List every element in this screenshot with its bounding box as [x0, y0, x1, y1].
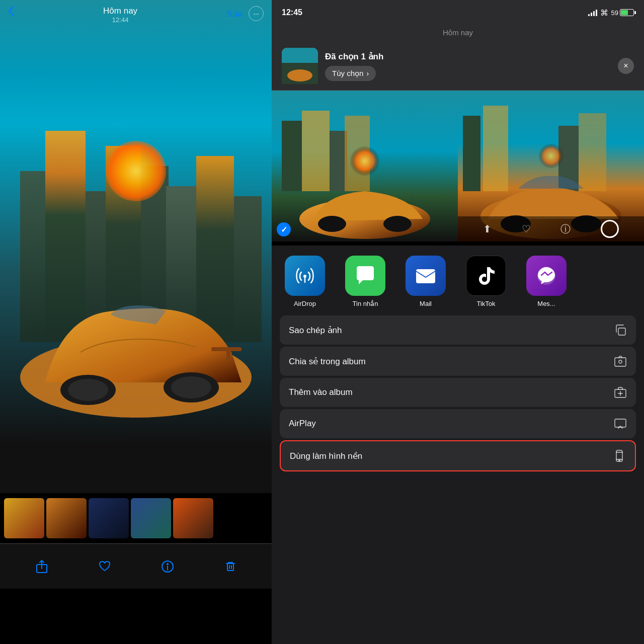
battery-percent: 59 [611, 9, 618, 17]
app-item-mail[interactable]: Mail [400, 256, 451, 307]
svg-point-23 [350, 146, 380, 176]
close-button[interactable]: × [618, 58, 634, 74]
svg-point-17 [287, 69, 312, 82]
action-wallpaper[interactable]: Dùng làm hình nền [280, 440, 636, 471]
delete-button[interactable] [223, 559, 237, 574]
share-photo-right[interactable]: ⬆ ♡ ⓘ [458, 91, 644, 242]
status-icons: ⌘ 59 [588, 8, 634, 18]
svg-rect-21 [330, 131, 347, 191]
right-status-bar: 12:45 ⌘ 59 [272, 0, 644, 25]
options-button[interactable]: Tùy chọn › [325, 66, 376, 81]
wallpaper-icon [613, 449, 626, 462]
share-photo-left[interactable]: ✓ [272, 91, 458, 242]
action-add-album[interactable]: Thêm vào album [280, 378, 636, 407]
divider [272, 242, 644, 246]
share-button[interactable] [35, 559, 49, 574]
svg-rect-29 [483, 106, 508, 191]
airdrop-icon[interactable] [285, 256, 325, 296]
photo-info-icon[interactable]: ⓘ [560, 222, 571, 236]
svg-point-26 [383, 216, 412, 232]
main-photo[interactable] [0, 0, 272, 493]
action-add-album-label: Thêm vào album [289, 387, 353, 397]
app-item-more[interactable]: Mes... [521, 256, 572, 307]
header-center: Hôm nay 12:44 [14, 6, 226, 24]
share-info: Đã chọn 1 ảnh Tùy chọn › [325, 51, 611, 81]
mail-svg [413, 263, 438, 288]
share-title: Đã chọn 1 ảnh [325, 51, 611, 62]
svg-point-32 [538, 143, 564, 169]
svg-rect-12 [227, 564, 233, 571]
thumbnail-strip [0, 493, 272, 543]
svg-point-11 [167, 564, 168, 565]
options-chevron-icon: › [366, 69, 369, 77]
left-panel: Hôm nay 12:44 Sửa ··· [0, 0, 272, 644]
thumb-5[interactable] [173, 498, 213, 538]
action-share-album[interactable]: Chia sẻ trong album [280, 347, 636, 376]
svg-rect-40 [615, 358, 626, 366]
date-label-right: Hôm nay [272, 25, 644, 40]
tiktok-label: TikTok [476, 300, 495, 307]
edit-button[interactable]: Sửa [226, 9, 243, 19]
app-item-messages[interactable]: Tin nhắn [340, 256, 390, 307]
action-airplay-label: AirPlay [289, 419, 316, 429]
favorite-button[interactable] [98, 559, 112, 574]
right-panel: 12:45 ⌘ 59 Hôm nay [272, 0, 644, 644]
thumb-3[interactable] [89, 498, 129, 538]
photo-circle-icon[interactable] [601, 220, 619, 238]
back-button[interactable] [8, 6, 14, 16]
photo-share-icon[interactable]: ⬆ [483, 223, 492, 235]
app-item-tiktok[interactable]: TikTok [461, 256, 511, 307]
share-thumbnail [282, 48, 318, 84]
signal-bars-icon [588, 9, 597, 16]
thumb-1[interactable] [4, 498, 44, 538]
info-button[interactable] [160, 559, 175, 574]
messages-label: Tin nhắn [353, 300, 378, 307]
thumb-4[interactable] [131, 498, 171, 538]
mail-icon[interactable] [406, 256, 446, 296]
airdrop-svg [292, 263, 317, 288]
status-time: 12:45 [282, 8, 302, 17]
photo-favorite-icon[interactable]: ♡ [522, 223, 531, 235]
thumb-2[interactable] [46, 498, 87, 538]
thumbnail-preview [282, 48, 318, 84]
car-svg [5, 252, 267, 428]
airplay-icon [614, 417, 627, 430]
airdrop-label: AirDrop [294, 300, 316, 307]
more-dots-icon: ··· [253, 10, 259, 18]
photo-checkmark: ✓ [277, 222, 291, 236]
copy-icon [614, 324, 627, 337]
svg-point-49 [619, 460, 620, 461]
mail-label: Mail [420, 300, 432, 307]
svg-rect-39 [618, 328, 625, 335]
action-copy[interactable]: Sao chép ảnh [280, 315, 636, 345]
battery-fill [621, 10, 628, 15]
app-icons-row: AirDrop Tin nhắn Mail [272, 246, 644, 315]
app-item-airdrop[interactable]: AirDrop [280, 256, 330, 307]
svg-point-36 [303, 275, 306, 278]
messages-icon[interactable] [345, 256, 385, 296]
svg-point-41 [619, 360, 622, 363]
svg-rect-37 [416, 269, 435, 283]
svg-point-2 [68, 379, 108, 401]
action-share-album-label: Chia sẻ trong album [289, 356, 366, 367]
car-image [5, 252, 267, 428]
options-label: Tùy chọn [332, 69, 363, 78]
share-album-icon [614, 355, 627, 368]
share-header: Đã chọn 1 ảnh Tùy chọn › × [272, 40, 644, 91]
more-app-icon[interactable] [526, 256, 567, 296]
share-photo-strip: ✓ [272, 91, 644, 242]
battery-visual [620, 9, 634, 16]
action-airplay[interactable]: AirPlay [280, 409, 636, 438]
photo-right-toolbar: ⬆ ♡ ⓘ [458, 216, 644, 242]
messages-svg [353, 263, 378, 288]
header-title: Hôm nay [14, 6, 226, 16]
more-button[interactable]: ··· [249, 6, 264, 21]
svg-rect-6 [226, 347, 230, 362]
svg-rect-20 [302, 111, 330, 191]
svg-rect-28 [463, 116, 480, 191]
wifi-icon: ⌘ [600, 8, 608, 18]
battery-indicator: 59 [611, 9, 634, 17]
svg-rect-19 [282, 121, 302, 191]
tiktok-icon[interactable] [466, 256, 506, 296]
action-wallpaper-label: Dùng làm hình nền [290, 451, 362, 461]
